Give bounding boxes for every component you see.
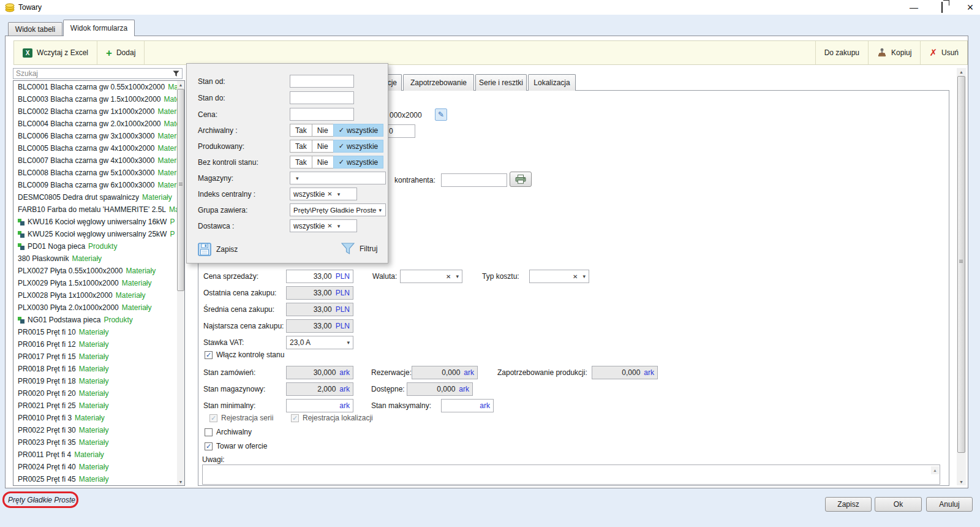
chevron-down-icon[interactable]: ▾: [296, 175, 299, 181]
list-item[interactable]: PR0021 Pręt fi 25Materiały: [13, 400, 184, 412]
list-item[interactable]: BLC0002 Blacha czarna gw 1x1000x2000Mate…: [13, 105, 184, 118]
popup-filter-button[interactable]: Filtruj: [341, 243, 377, 255]
tab-widok-formularza[interactable]: Widok formularza: [63, 20, 135, 36]
list-item[interactable]: PR0017 Pręt fi 15Materiały: [13, 351, 184, 363]
chevron-down-icon[interactable]: ▾: [456, 273, 459, 279]
list-item[interactable]: PLX0030 Płyta 2.0x1000x2000Materiały: [13, 301, 184, 314]
toggle-wszystkie[interactable]: ✓wszystkie: [333, 124, 384, 137]
toggle-nie[interactable]: Nie: [312, 140, 334, 153]
list-item[interactable]: NG01 Podstawa piecaProdukty: [13, 314, 184, 326]
kontrola-stanu-checkbox[interactable]: ✓: [205, 351, 213, 359]
scroll-down-icon[interactable]: ▼: [957, 478, 966, 485]
list-item[interactable]: PR0011 Pręt fi 4Materiały: [13, 449, 184, 461]
uwagi-textarea[interactable]: ▲: [202, 464, 940, 485]
filter-funnel-icon[interactable]: [173, 70, 179, 77]
copy-button[interactable]: Kopiuj: [868, 41, 920, 64]
clear-x-icon[interactable]: ✕: [573, 273, 578, 280]
list-item[interactable]: PR0022 Pręt fi 30Materiały: [13, 424, 184, 436]
scroll-up-icon[interactable]: ▲: [177, 81, 184, 88]
list-item[interactable]: BLC0006 Blacha czarna gw 3x1000x3000Mate…: [13, 130, 184, 142]
print-button[interactable]: [510, 172, 532, 187]
list-item[interactable]: PR0010 Pręt fi 3Materiały: [13, 412, 184, 424]
scroll-down-icon[interactable]: ▼: [177, 478, 184, 485]
dostawca-combo[interactable]: wszystkie ✕ ▾: [290, 219, 357, 232]
typ-kosztu-combo[interactable]: ✕ ▾: [529, 270, 589, 283]
list-item[interactable]: PR0025 Pręt fi 45Materiały: [13, 473, 184, 485]
list-item[interactable]: KWU16 Kocioł węglowy uniwersalny 16kWP: [13, 216, 184, 228]
list-item[interactable]: BLC0007 Blacha czarna gw 4x1000x3000Mate…: [13, 154, 184, 167]
chevron-down-icon[interactable]: ▾: [379, 207, 382, 213]
chevron-down-icon[interactable]: ▾: [337, 191, 341, 197]
cena-input[interactable]: [290, 108, 354, 121]
form-tab-serie-i-resztki[interactable]: Serie i resztki: [475, 74, 527, 91]
form-tab-lokalizacja[interactable]: Lokalizacja: [528, 74, 576, 91]
clear-x-icon[interactable]: ✕: [446, 273, 451, 280]
list-item[interactable]: BLC0009 Blacha czarna gw 6x1000x3000Mate…: [13, 179, 184, 191]
to-purchase-button[interactable]: Do zakupu: [815, 41, 868, 64]
list-item[interactable]: PR0016 Pręt fi 12Materiały: [13, 338, 184, 351]
chevron-down-icon[interactable]: ▾: [347, 339, 350, 346]
toggle-nie[interactable]: Nie: [312, 124, 334, 137]
vat-combo[interactable]: 23,0 A ▾: [286, 336, 353, 349]
clear-x-icon[interactable]: ✕: [327, 222, 332, 229]
popup-save-button[interactable]: Zapisz: [198, 243, 238, 256]
ok-button[interactable]: Ok: [875, 497, 922, 512]
list-item[interactable]: PR0023 Pręt fi 35Materiały: [13, 436, 184, 449]
list-item[interactable]: DESMC0805 Dedra drut spawalniczyMateriał…: [13, 191, 184, 203]
list-item[interactable]: PR0018 Pręt fi 16Materiały: [13, 363, 184, 375]
indeks-centralny-combo[interactable]: wszystkie ✕ ▾: [290, 188, 357, 200]
toggle-tak[interactable]: Tak: [290, 156, 312, 169]
chevron-down-icon[interactable]: ▾: [582, 273, 586, 279]
list-scrollbar[interactable]: ▲ ▼: [177, 81, 184, 485]
list-item[interactable]: PR0020 Pręt fi 20Materiały: [13, 387, 184, 400]
stan-do-input[interactable]: [290, 91, 354, 104]
list-item[interactable]: KWU25 Kocioł węglowy uniwersalny 25kWP: [13, 228, 184, 240]
toggle-nie[interactable]: Nie: [312, 156, 334, 169]
close-button[interactable]: ×: [964, 0, 976, 15]
add-button[interactable]: + Dodaj: [97, 41, 145, 64]
load-excel-button[interactable]: X Wczytaj z Excel: [14, 41, 97, 64]
kontrahent-input[interactable]: [441, 173, 507, 187]
toggle-tak[interactable]: Tak: [290, 140, 312, 153]
list-item[interactable]: PR0015 Pręt fi 10Materiały: [13, 326, 184, 338]
chevron-down-icon[interactable]: ▾: [337, 223, 341, 229]
form-tab-zapotrzebowanie[interactable]: Zapotrzebowanie: [403, 74, 474, 91]
list-item[interactable]: PLX0029 Płyta 1.5x1000x2000Materiały: [13, 277, 184, 289]
toggle-wszystkie[interactable]: ✓wszystkie: [333, 156, 384, 169]
search-input[interactable]: [16, 69, 173, 78]
tab-widok-tabeli[interactable]: Widok tabeli: [8, 22, 62, 36]
stan-od-input[interactable]: [290, 75, 354, 88]
toggle-tak[interactable]: Tak: [290, 124, 312, 137]
list-item[interactable]: BLC0003 Blacha czarna gw 1.5x1000x2000Ma…: [13, 93, 184, 105]
towar-w-ofercie-checkbox[interactable]: ✓: [205, 442, 213, 450]
minimize-button[interactable]: —: [908, 0, 920, 15]
list-item[interactable]: BLC0008 Blacha czarna gw 5x1000x3000Mate…: [13, 167, 184, 179]
stan-minimalny-input[interactable]: ark: [286, 399, 353, 412]
list-item[interactable]: PLX0027 Płyta 0.55x1000x2000Materiały: [13, 265, 184, 277]
list-item[interactable]: BLC0004 Blacha czarna gw 2.0x1000x2000Ma…: [13, 118, 184, 130]
list-item[interactable]: BLC0001 Blacha czarna gw 0.55x1000x2000M…: [13, 81, 184, 93]
form-scrollbar[interactable]: ▲ ▼: [957, 68, 966, 485]
stan-maksymalny-input[interactable]: ark: [441, 399, 494, 412]
list-item[interactable]: PR0019 Pręt fi 18Materiały: [13, 375, 184, 387]
list-item[interactable]: FARB10 Farba do metalu 'HAMMERITE' 2.5LM…: [13, 203, 184, 216]
save-button[interactable]: Zapisz: [825, 497, 872, 512]
textarea-scroll-up-icon[interactable]: ▲: [931, 466, 939, 474]
list-item[interactable]: PD01 Noga piecaProdukty: [13, 240, 184, 252]
edit-pencil-button[interactable]: ✎: [435, 108, 447, 121]
magazyny-combo[interactable]: ▾: [290, 172, 386, 184]
list-item[interactable]: PR0024 Pręt fi 40Materiały: [13, 461, 184, 473]
cena-sprzedazy-input[interactable]: 33,00 PLN: [286, 270, 353, 283]
waluta-combo[interactable]: ✕ ▾: [400, 270, 462, 283]
form-scrollbar-thumb[interactable]: [957, 76, 965, 453]
archiwalny-checkbox[interactable]: [205, 428, 213, 436]
delete-button[interactable]: ✗ Usuń: [920, 41, 967, 64]
restore-button[interactable]: [936, 0, 948, 15]
scroll-up-icon[interactable]: ▲: [957, 68, 966, 75]
cancel-button[interactable]: Anuluj: [926, 497, 973, 512]
list-scrollbar-thumb[interactable]: [177, 89, 184, 291]
toggle-wszystkie[interactable]: ✓wszystkie: [333, 140, 384, 153]
grupa-zawiera-combo[interactable]: Pręty\Pręty Gładkie Proste ▾: [290, 203, 386, 216]
list-item[interactable]: PLX0028 Płyta 1x1000x2000Materiały: [13, 289, 184, 301]
list-item[interactable]: 380 PłaskownikMateriały: [13, 252, 184, 265]
